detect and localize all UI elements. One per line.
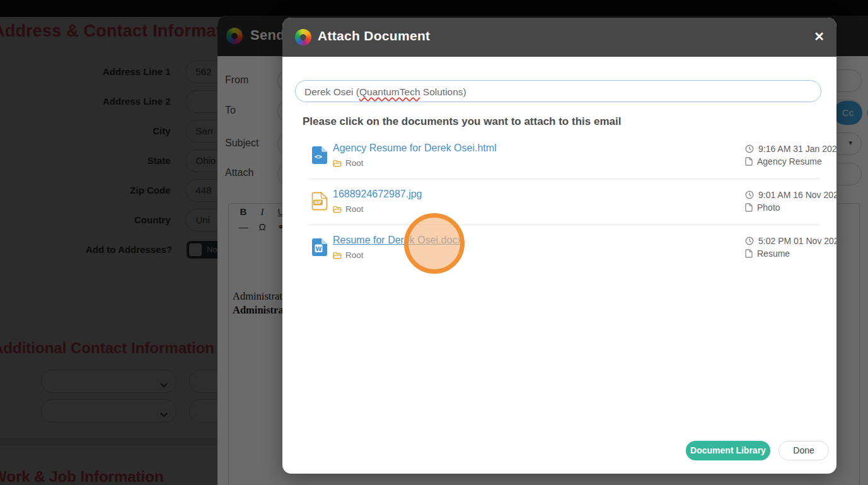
document-row[interactable]: W Resume for Derek Osei.docx Root 5:02 P…: [303, 232, 819, 278]
search-text: Derek Osei (: [304, 86, 359, 97]
document-folder: Root: [345, 204, 364, 214]
document-timestamp: 9:16 AM 31 Jan 2024: [758, 144, 842, 154]
document-timestamp: 9:01 AM 16 Nov 2023: [758, 190, 843, 200]
click-indicator: [404, 213, 465, 274]
document-folder-line: Root: [333, 157, 364, 167]
file-type-icon: GIF: [311, 192, 328, 211]
document-folder: Root: [345, 158, 364, 168]
document-type-icon: [745, 202, 757, 213]
clock-icon: [745, 236, 758, 246]
close-icon[interactable]: ✕: [814, 28, 825, 45]
done-button[interactable]: Done: [778, 441, 829, 460]
document-type: Resume: [757, 248, 790, 259]
app-logo-icon: [295, 29, 311, 45]
document-folder: Root: [345, 250, 364, 260]
search-text: Solutions): [420, 86, 466, 97]
clock-icon: [745, 144, 758, 154]
document-search-input[interactable]: Derek Osei (QuantumTech Solutions): [295, 80, 821, 102]
folder-icon: [333, 203, 345, 214]
document-row[interactable]: <> Agency Resume for Derek Osei.html Roo…: [303, 140, 819, 186]
document-type: Photo: [757, 202, 780, 213]
document-timestamp: 5:02 PM 01 Nov 2023: [758, 236, 843, 246]
document-type: Agency Resume: [757, 156, 822, 167]
attach-document-header: Attach Document ✕: [282, 18, 836, 57]
document-type-icon: [745, 248, 757, 259]
folder-icon: [333, 249, 345, 260]
search-text-misspelled: QuantumTech: [359, 86, 420, 97]
file-type-icon: <>: [311, 146, 328, 165]
svg-text:<>: <>: [315, 153, 322, 160]
attach-document-modal: Attach Document ✕ Derek Osei (QuantumTec…: [282, 18, 836, 474]
document-folder-line: Root: [333, 249, 364, 259]
document-type-icon: [745, 156, 757, 167]
svg-text:GIF: GIF: [315, 200, 322, 204]
attach-document-title: Attach Document: [318, 28, 430, 44]
document-row[interactable]: GIF 1688924672987.jpg Root 9:01 AM 16 No…: [303, 186, 819, 232]
svg-text:W: W: [316, 246, 322, 252]
document-link[interactable]: Agency Resume for Derek Osei.html: [333, 143, 497, 154]
document-library-button[interactable]: Document Library: [686, 441, 770, 460]
folder-icon: [333, 157, 345, 168]
file-type-icon: W: [311, 238, 328, 257]
attach-instruction-text: Please click on the documents you want t…: [303, 115, 621, 128]
clock-icon: [745, 190, 758, 200]
document-link[interactable]: 1688924672987.jpg: [333, 189, 422, 200]
document-folder-line: Root: [333, 203, 364, 213]
